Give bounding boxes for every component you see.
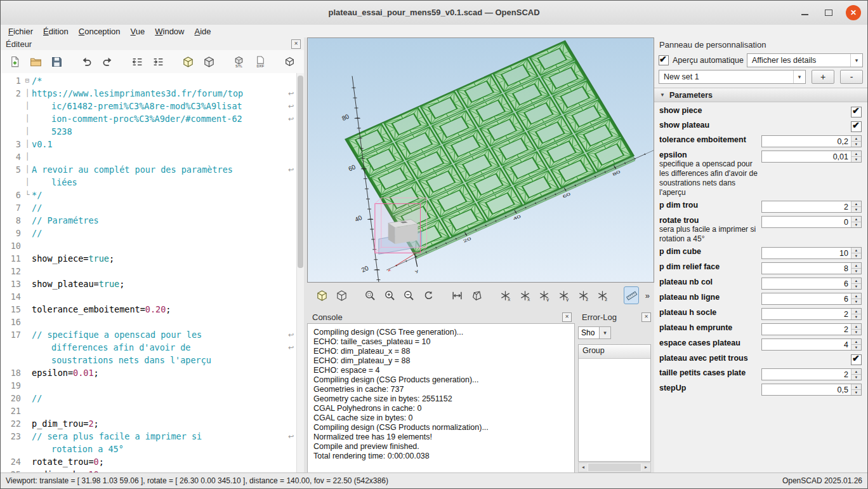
maximize-button[interactable] <box>822 6 836 20</box>
preview-button[interactable] <box>180 52 197 71</box>
undo-button[interactable] <box>77 52 95 71</box>
spin-up-icon[interactable]: ▴ <box>852 369 861 375</box>
parameter-spinbox[interactable]: 0,01▴▾ <box>761 151 862 163</box>
code-line[interactable]: │liées <box>1 176 297 189</box>
code-line[interactable]: 15tolerance_emboitement=0.20; <box>1 303 297 316</box>
spin-down-icon[interactable]: ▾ <box>852 390 861 395</box>
code-line[interactable]: 3│v0.1 <box>1 138 297 151</box>
view-back-button[interactable]: y <box>556 286 572 304</box>
editor-code[interactable]: 1⊟/*2│https://www.lesimprimantes3d.fr/fo… <box>1 74 297 474</box>
code-line[interactable]: 7// <box>1 201 297 214</box>
fold-toggle-icon[interactable]: ⊟ <box>23 74 32 87</box>
code-line[interactable]: 13show_plateau=true; <box>1 278 297 290</box>
export-dxf-button[interactable]: DXF <box>251 52 269 71</box>
code-line[interactable]: 20// <box>1 392 297 405</box>
spin-down-icon[interactable]: ▾ <box>852 299 861 304</box>
render-button[interactable] <box>334 286 350 304</box>
spin-up-icon[interactable]: ▴ <box>852 384 861 390</box>
code-line[interactable]: 8// Paramétres <box>1 214 297 227</box>
spin-up-icon[interactable]: ▴ <box>852 136 861 142</box>
menu-item[interactable]: Conception <box>74 25 126 37</box>
spin-down-icon[interactable]: ▾ <box>852 345 861 350</box>
spin-up-icon[interactable]: ▴ <box>852 278 861 284</box>
parameter-spinbox[interactable]: 0▴▾ <box>761 216 862 228</box>
save-button[interactable] <box>48 52 66 71</box>
spin-down-icon[interactable]: ▾ <box>852 207 861 212</box>
parameters-section-header[interactable]: ▼ Parameters <box>654 88 867 102</box>
parameter-spinbox[interactable]: 10▴▾ <box>761 247 862 259</box>
spin-down-icon[interactable]: ▾ <box>852 314 861 319</box>
code-line[interactable]: 24rotate_trou=0; <box>1 455 297 468</box>
parameter-checkbox[interactable] <box>851 121 862 132</box>
spin-up-icon[interactable]: ▴ <box>852 263 861 269</box>
menu-item[interactable]: Fichier <box>3 25 38 37</box>
redo-button[interactable] <box>99 52 117 71</box>
code-line[interactable]: 14 <box>1 290 297 303</box>
print-button[interactable] <box>281 52 299 71</box>
parameter-spinbox[interactable]: 4▴▾ <box>761 338 862 351</box>
code-line[interactable]: │5238 <box>1 125 297 138</box>
spin-down-icon[interactable]: ▾ <box>852 269 861 274</box>
view-all-button[interactable] <box>450 286 465 304</box>
code-line[interactable]: 2│https://www.lesimprimantes3d.fr/forum/… <box>1 87 297 100</box>
parameter-checkbox[interactable] <box>851 354 862 365</box>
spin-up-icon[interactable]: ▴ <box>852 217 861 222</box>
view-left-button[interactable]: x <box>517 286 532 304</box>
add-preset-button[interactable]: + <box>812 70 834 84</box>
chevron-down-icon[interactable]: ▾ <box>600 326 611 339</box>
measure-button[interactable] <box>624 286 639 304</box>
code-line[interactable]: 4│ <box>1 151 297 163</box>
parameter-spinbox[interactable]: 2▴▾ <box>761 368 862 380</box>
errorlog-table[interactable]: Group <box>578 344 651 462</box>
unindent-button[interactable] <box>128 52 146 71</box>
editor-vertical-scrollbar[interactable] <box>296 73 304 474</box>
parameter-spinbox[interactable]: 6▴▾ <box>761 278 862 290</box>
view-bottom-button[interactable]: z <box>595 286 610 304</box>
scrollbar-thumb[interactable] <box>298 76 303 268</box>
code-line[interactable]: 23// sera plus facile a imprimer si↩ <box>1 430 297 443</box>
spin-up-icon[interactable]: ▴ <box>852 309 861 314</box>
3d-viewport[interactable]: 20406080 x y 80604020 <box>308 38 654 282</box>
menu-item[interactable]: Window <box>150 25 189 37</box>
menu-item[interactable]: Édition <box>38 25 74 37</box>
render-button[interactable] <box>201 52 218 71</box>
console-content[interactable]: Compiling design (CSG Tree generation)..… <box>307 323 575 474</box>
view-right-button[interactable]: x <box>498 286 513 304</box>
spin-up-icon[interactable]: ▴ <box>852 201 861 207</box>
scroll-right-icon[interactable]: ▸ <box>641 463 650 472</box>
spin-up-icon[interactable]: ▴ <box>852 324 861 330</box>
perspective-button[interactable] <box>470 286 485 304</box>
parameter-spinbox[interactable]: 0,5▴▾ <box>761 384 862 396</box>
parameter-spinbox[interactable]: 2▴▾ <box>761 323 862 335</box>
spin-down-icon[interactable]: ▾ <box>852 157 861 162</box>
log-filter-dropdown[interactable]: Sho <box>578 326 600 339</box>
code-line[interactable]: │ion-comment-proc%C3%A9der/#comment-62↩ <box>1 112 297 125</box>
new-file-button[interactable] <box>6 52 23 71</box>
zoom-out-button[interactable] <box>402 286 417 304</box>
code-line[interactable]: 6└*/ <box>1 189 297 201</box>
export-stl-button[interactable]: STL <box>230 52 248 71</box>
parameter-spinbox[interactable]: 6▴▾ <box>761 293 862 305</box>
parameter-spinbox[interactable]: 8▴▾ <box>761 262 862 274</box>
menu-item[interactable]: Vue <box>126 25 150 37</box>
scroll-left-icon[interactable]: ◂ <box>579 463 588 472</box>
close-errorlog-icon[interactable] <box>641 312 651 322</box>
code-line[interactable]: 21 <box>1 405 297 417</box>
spin-up-icon[interactable]: ▴ <box>852 151 861 157</box>
code-line[interactable]: 9// <box>1 227 297 239</box>
preview-button[interactable] <box>315 286 330 304</box>
errorlog-column-header[interactable]: Group <box>579 345 650 359</box>
errorlog-horizontal-scrollbar[interactable]: ◂ ▸ <box>578 462 651 472</box>
spin-down-icon[interactable]: ▾ <box>852 375 861 380</box>
code-line[interactable]: 16 <box>1 316 297 328</box>
minimize-button[interactable] <box>798 6 812 20</box>
menu-item[interactable]: Aide <box>189 25 216 37</box>
preset-dropdown[interactable]: New set 1 ▾ <box>659 70 806 84</box>
code-line[interactable]: 19 <box>1 379 297 392</box>
code-line[interactable]: differences afin d'avoir de↩ <box>1 341 297 354</box>
spin-down-icon[interactable]: ▾ <box>852 222 861 227</box>
code-line[interactable]: 1⊟/* <box>1 74 297 87</box>
parameter-checkbox[interactable] <box>851 107 862 117</box>
code-line[interactable]: rotation a 45° <box>1 443 297 455</box>
details-dropdown[interactable]: Afficher les détails ▾ <box>747 53 863 67</box>
